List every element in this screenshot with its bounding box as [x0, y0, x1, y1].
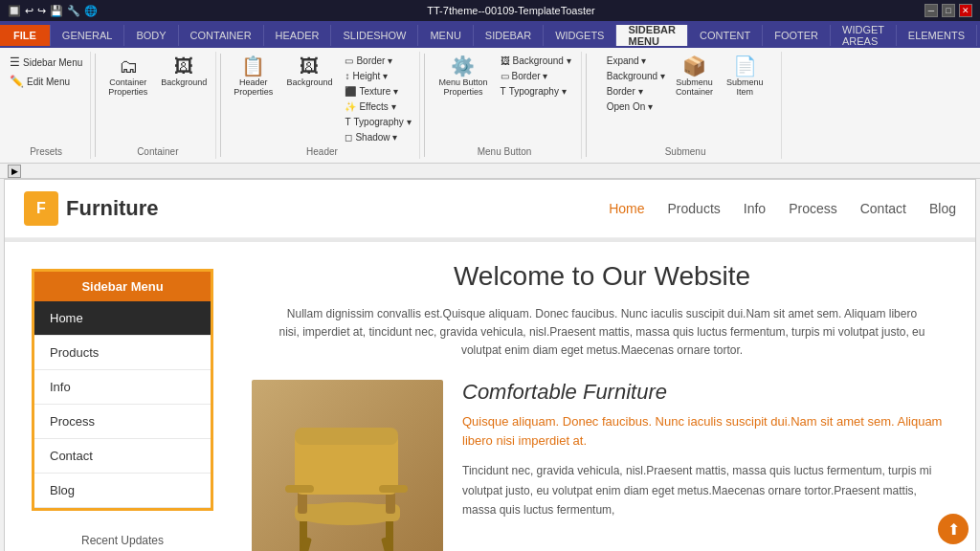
- open-on-btn[interactable]: Open On ▾: [603, 99, 669, 114]
- menu-background-btn[interactable]: 🖼 Background ▾: [497, 54, 575, 68]
- sidebar-menu-icon: ☰: [10, 55, 20, 69]
- submenu-item-btn[interactable]: 📄 SubmenuItem: [722, 54, 768, 99]
- main-content: Welcome to Our Website Nullam dignissim …: [229, 242, 975, 551]
- ruler-toggle[interactable]: ▶: [8, 165, 21, 178]
- typography-icon: T: [345, 117, 350, 127]
- nav-contact[interactable]: Contact: [860, 201, 906, 216]
- tab-slideshow[interactable]: SLIDESHOW: [331, 25, 418, 46]
- container-props-icon: 🗂: [119, 56, 138, 76]
- nav-info[interactable]: Info: [744, 201, 766, 216]
- header-height-btn[interactable]: ↕ Height ▾: [341, 69, 414, 83]
- effects-icon: ✨: [345, 101, 356, 112]
- svg-rect-11: [379, 485, 408, 493]
- logo-text: Furniture: [66, 196, 159, 221]
- menu-border-icon: ▭: [501, 71, 509, 81]
- tab-container[interactable]: CONTAINER: [179, 25, 264, 46]
- nav-products[interactable]: Products: [668, 201, 721, 216]
- recent-title: Recent Updates: [28, 534, 217, 547]
- sep1: [95, 54, 96, 157]
- menu-btn-props-icon: ⚙️: [451, 56, 475, 76]
- furniture-text: Comfortable Furniture Quisque aliquam. D…: [462, 380, 952, 520]
- menu-button-properties-btn[interactable]: ⚙️ Menu ButtonProperties: [434, 54, 492, 99]
- tab-elements[interactable]: ELEMENTS: [897, 25, 977, 46]
- menu-border-btn[interactable]: ▭ Border ▾: [497, 69, 575, 83]
- sidebar-nav-products[interactable]: Products: [34, 336, 211, 370]
- header-props-icon: 📋: [241, 56, 265, 76]
- chair-svg: [271, 389, 424, 551]
- presets-items: ☰ Sidebar Menu ✏️ Edit Menu: [6, 54, 86, 144]
- sidebar-nav-process[interactable]: Process: [34, 405, 211, 439]
- height-icon: ↕: [345, 71, 349, 81]
- sidebar-nav-contact[interactable]: Contact: [34, 439, 211, 474]
- sidebar-widget: Sidebar Menu Home Products Info Process …: [32, 269, 213, 511]
- tab-body[interactable]: BODY: [124, 25, 178, 46]
- nav-home[interactable]: Home: [609, 201, 644, 216]
- header-shadow-btn[interactable]: ◻ Shadow ▾: [341, 130, 414, 144]
- menu-button-group: ⚙️ Menu ButtonProperties 🖼 Background ▾ …: [429, 52, 582, 159]
- sidebar-nav: Home Products Info Process Contact Blog: [34, 301, 211, 508]
- presets-label: Presets: [30, 146, 62, 157]
- logo-icon: F: [24, 191, 58, 226]
- sidebar-recent: Recent Updates Lorem ipsum is simply dum…: [16, 526, 229, 551]
- ribbon: FILE GENERAL BODY CONTAINER HEADER SLIDE…: [0, 21, 980, 164]
- sidebar-menu-title: Sidebar Menu: [34, 272, 211, 301]
- presets-group: ☰ Sidebar Menu ✏️ Edit Menu Presets: [2, 52, 91, 159]
- tab-content[interactable]: CONTENT: [688, 25, 763, 46]
- scroll-top-btn[interactable]: ⬆: [938, 514, 969, 544]
- sidebar-nav-blog[interactable]: Blog: [34, 474, 211, 508]
- menu-typography-btn[interactable]: T Typography ▾: [497, 84, 575, 99]
- minimize-btn[interactable]: ─: [924, 4, 938, 17]
- window-controls[interactable]: ─ □ ✕: [924, 4, 972, 17]
- tab-menu[interactable]: MENU: [418, 25, 473, 46]
- svg-rect-5: [295, 504, 400, 521]
- sidebar-menu-btn[interactable]: ☰ Sidebar Menu: [6, 54, 86, 71]
- sub-background-btn[interactable]: Background ▾: [603, 69, 669, 83]
- tab-sidebar[interactable]: SIDEBAR: [474, 25, 544, 46]
- tab-file[interactable]: FILE: [0, 25, 51, 46]
- site-body: Sidebar Menu Home Products Info Process …: [5, 242, 975, 551]
- header-typography-btn[interactable]: T Typography ▾: [341, 115, 414, 129]
- ruler: ▶: [0, 164, 980, 179]
- submenu-group: Expand ▾ Background ▾ Border ▾ Open On ▾…: [590, 52, 782, 159]
- expand-btn[interactable]: Expand ▾: [603, 54, 669, 68]
- sep3: [424, 54, 425, 157]
- welcome-text: Nullam dignissim convallis est.Quisque a…: [277, 305, 927, 361]
- tab-widget-areas[interactable]: WIDGET AREAS: [831, 25, 897, 46]
- site-navigation: Home Products Info Process Contact Blog: [609, 201, 956, 216]
- menu-typo-icon: T: [501, 86, 506, 97]
- website-preview: F Furniture Home Products Info Process C…: [4, 179, 976, 551]
- header-bg-icon: 🖼: [300, 56, 319, 76]
- sidebar-nav-info[interactable]: Info: [34, 370, 211, 405]
- submenu-item-icon: 📄: [733, 56, 757, 76]
- container-properties-btn[interactable]: 🗂 ContainerProperties: [103, 54, 152, 99]
- nav-blog[interactable]: Blog: [929, 201, 956, 216]
- site-header: F Furniture Home Products Info Process C…: [5, 180, 975, 238]
- nav-process[interactable]: Process: [789, 201, 837, 216]
- container-background-btn[interactable]: 🖼 Background: [156, 54, 212, 90]
- tab-header[interactable]: HEADER: [264, 25, 332, 46]
- tab-sidebar-menu[interactable]: SIDEBAR MENU: [616, 25, 688, 46]
- maximize-btn[interactable]: □: [942, 4, 955, 17]
- sep2: [220, 54, 221, 157]
- header-border-btn[interactable]: ▭ Border ▾: [341, 54, 414, 68]
- header-effects-btn[interactable]: ✨ Effects ▾: [341, 99, 414, 114]
- close-btn[interactable]: ✕: [959, 4, 972, 17]
- tab-general[interactable]: GENERAL: [51, 25, 125, 46]
- submenu-container-btn[interactable]: 📦 SubmenuContainer: [671, 54, 718, 99]
- header-group: 📋 HeaderProperties 🖼 Background ▭ Border…: [225, 52, 419, 159]
- svg-rect-9: [295, 428, 398, 445]
- sidebar-nav-home[interactable]: Home: [34, 301, 211, 336]
- tab-widgets[interactable]: WIDGETS: [544, 25, 616, 46]
- sub-border-btn[interactable]: Border ▾: [603, 84, 669, 99]
- tab-footer[interactable]: FOOTER: [763, 25, 831, 46]
- welcome-title: Welcome to Our Website: [252, 261, 952, 292]
- furniture-title: Comfortable Furniture: [462, 380, 952, 405]
- header-background-btn[interactable]: 🖼 Background: [281, 54, 337, 90]
- submenu-items: Expand ▾ Background ▾ Border ▾ Open On ▾…: [603, 54, 768, 144]
- edit-menu-btn[interactable]: ✏️ Edit Menu: [6, 73, 86, 90]
- workspace: F Furniture Home Products Info Process C…: [0, 179, 980, 551]
- header-texture-btn[interactable]: ⬛ Texture ▾: [341, 84, 414, 99]
- window-title: TT-7theme--00109-TemplateToaster: [427, 5, 594, 16]
- header-properties-btn[interactable]: 📋 HeaderProperties: [229, 54, 278, 99]
- sidebar-container: Sidebar Menu Home Products Info Process …: [5, 242, 229, 551]
